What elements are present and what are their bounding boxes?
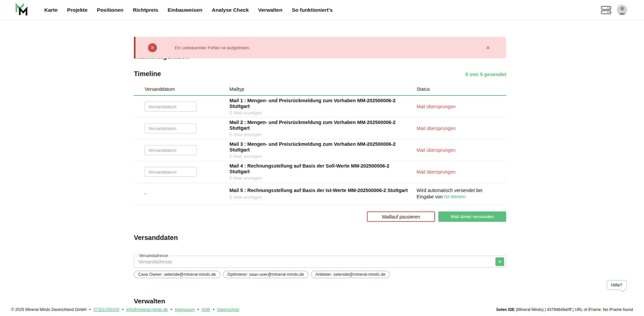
table-row: Mail 2 : Mengen- und Preisrückmeldung zu… — [134, 118, 506, 139]
email-anzeigen-link[interactable]: E-Mail anzeigen — [229, 110, 262, 115]
verwalten-heading: Verwalten — [134, 298, 506, 303]
versanddatum-input[interactable] — [145, 145, 197, 155]
timeline-table: Versanddatum Mailtyp Status Mail 1 : Men… — [134, 82, 506, 205]
navbar-right — [601, 5, 627, 15]
footer-separator: • — [213, 307, 214, 312]
mail-title: Mail 5 : Rechnungsstellung auf Basis der… — [229, 188, 410, 193]
footer-link-phone[interactable]: 07151/250100 — [94, 307, 119, 312]
error-alert: ✕ Ein unbekannter Fehler ist aufgetreten… — [134, 37, 506, 58]
versandadresse-input[interactable] — [134, 256, 489, 267]
add-address-button[interactable]: + — [495, 257, 504, 266]
nav-item-analyse-check[interactable]: Analyse Check — [207, 7, 253, 13]
top-navbar: Karte Projekte Positionen Richtpreis Ein… — [0, 0, 644, 20]
status-text: Mail übersprungen — [417, 125, 506, 132]
footer-ide-info: (Mineral Minds) | 4379d649a0ff | URL of … — [515, 307, 633, 312]
hilfe-label: Hilfe? — [611, 282, 622, 288]
nav-item-verwalten[interactable]: Verwalten — [254, 7, 287, 13]
versanddatum-empty: - — [145, 191, 146, 196]
footer: © 2025 Mineral Minds Deutschland GmbH • … — [0, 303, 644, 316]
mail-direkt-versenden-button[interactable]: Mail direkt versenden — [438, 211, 506, 222]
nav-item-richtpreis[interactable]: Richtpreis — [128, 7, 163, 13]
footer-link-email[interactable]: info@mineral-minds.de — [126, 307, 168, 312]
address-suggestion-chips: Case Owner: selenide@mineral-minds.de Op… — [134, 271, 506, 278]
versanddatum-input[interactable] — [145, 123, 197, 133]
table-row: Mail 4 : Rechnungsstellung auf Basis der… — [134, 161, 506, 183]
email-anzeigen-link[interactable]: E-Mail anzeigen — [229, 154, 262, 159]
mail-title: Mail 3 : Mengen- und Preisrückmeldung zu… — [229, 141, 410, 152]
nav-item-karte[interactable]: Karte — [40, 7, 62, 13]
hilfe-bubble-tail — [621, 288, 625, 292]
error-circle-icon: ✕ — [148, 43, 157, 52]
versandadresse-field: Versandadresse + — [134, 256, 506, 268]
chip-anbieter[interactable]: Anbieter: selenide@mineral-minds.de — [311, 271, 390, 278]
user-avatar-icon — [617, 5, 627, 15]
versanddatum-input[interactable] — [145, 167, 197, 177]
footer-copyright: © 2025 Mineral Minds Deutschland GmbH — [11, 307, 87, 312]
footer-ide-label: Selen IDE — [496, 307, 515, 312]
server-icon[interactable] — [601, 5, 611, 15]
mail-title: Mail 2 : Mengen- und Preisrückmeldung zu… — [229, 120, 410, 131]
footer-link-impressum[interactable]: Impressum — [175, 307, 195, 312]
chip-optimierer[interactable]: Optimierer: saas-user@mineral-minds.de — [223, 271, 309, 278]
versanddaten-heading: Versanddaten — [134, 234, 506, 242]
email-anzeigen-link[interactable]: E-Mail anzeigen — [229, 176, 262, 181]
mail-configuration-page: Karte Projekte Positionen Richtpreis Ein… — [0, 0, 644, 316]
col-header-versanddatum: Versanddatum — [145, 86, 229, 92]
versandadresse-label: Versandadresse — [138, 253, 169, 258]
maillauf-pausieren-button[interactable]: Maillauf pausieren — [367, 211, 435, 222]
status-text: Mail übersprungen — [417, 169, 506, 175]
nav-item-positionen[interactable]: Positionen — [92, 7, 128, 13]
footer-separator: • — [170, 307, 172, 312]
status-text: Mail übersprungen — [417, 147, 506, 153]
nav-item-projekte[interactable]: Projekte — [62, 7, 92, 13]
hilfe-button[interactable]: Hilfe? — [607, 280, 627, 290]
footer-separator: • — [89, 307, 91, 312]
timeline-header: Timeline 0 von 5 gesendet — [134, 70, 506, 78]
nav-item-so-funktionierts[interactable]: So funktioniert's — [287, 7, 337, 13]
table-row: - Mail 5 : Rechnungsstellung auf Basis d… — [134, 183, 506, 205]
col-header-status: Status — [417, 86, 506, 92]
chip-case-owner[interactable]: Case Owner: selenide@mineral-minds.de — [134, 271, 220, 278]
footer-separator: • — [198, 307, 199, 312]
mail-title: Mail 4 : Rechnungsstellung auf Basis der… — [229, 163, 410, 174]
footer-separator: • — [122, 307, 123, 312]
email-anzeigen-link[interactable]: E-Mail anzeigen — [229, 195, 262, 200]
ist-werten-link[interactable]: Ist-Werten — [444, 194, 466, 199]
status-text: Mail übersprungen — [417, 104, 506, 110]
user-avatar-button[interactable] — [617, 5, 627, 15]
footer-right: Selen IDE (Mineral Minds) | 4379d649a0ff… — [496, 307, 633, 312]
nav-item-einbauweisen[interactable]: Einbauweisen — [163, 7, 207, 13]
footer-left: © 2025 Mineral Minds Deutschland GmbH • … — [11, 307, 239, 312]
footer-link-datenschutz[interactable]: Datenschutz — [217, 307, 239, 312]
timeline-actions: Maillauf pausieren Mail direkt versenden — [134, 211, 506, 222]
main-content: Mailkonfiguration Timeline 0 von 5 gesen… — [134, 20, 506, 303]
email-anzeigen-link[interactable]: E-Mail anzeigen — [229, 132, 262, 137]
mail-title: Mail 1 : Mengen- und Preisrückmeldung zu… — [229, 98, 410, 109]
main-nav: Karte Projekte Positionen Richtpreis Ein… — [40, 7, 337, 13]
versanddatum-input[interactable] — [145, 102, 197, 112]
table-row: Mail 1 : Mengen- und Preisrückmeldung zu… — [134, 96, 506, 118]
close-icon[interactable]: ✕ — [486, 45, 490, 50]
mineral-minds-logo[interactable] — [14, 3, 29, 17]
sent-status-badge: 0 von 5 gesendet — [465, 71, 506, 77]
footer-link-agb[interactable]: AGB — [202, 307, 210, 312]
status-text: Wird automatisch versendet bei Eingabe v… — [417, 187, 506, 200]
mineral-minds-logo-icon — [15, 3, 28, 17]
server-stack-icon — [601, 5, 611, 15]
table-header-row: Versanddatum Mailtyp Status — [134, 82, 506, 96]
col-header-mailtyp: Mailtyp — [229, 86, 417, 92]
table-row: Mail 3 : Mengen- und Preisrückmeldung zu… — [134, 139, 506, 161]
error-message: Ein unbekannter Fehler ist aufgetreten. — [175, 45, 250, 50]
timeline-heading: Timeline — [134, 70, 161, 78]
